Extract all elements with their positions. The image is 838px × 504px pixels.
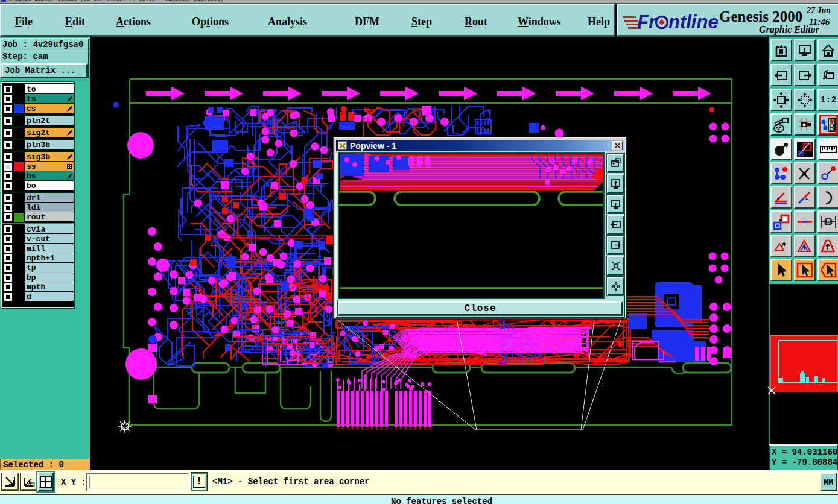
svg-text:Fr: Fr <box>637 11 657 33</box>
svg-text:4: 4 <box>827 219 830 225</box>
svg-text:ntline: ntline <box>668 11 719 33</box>
